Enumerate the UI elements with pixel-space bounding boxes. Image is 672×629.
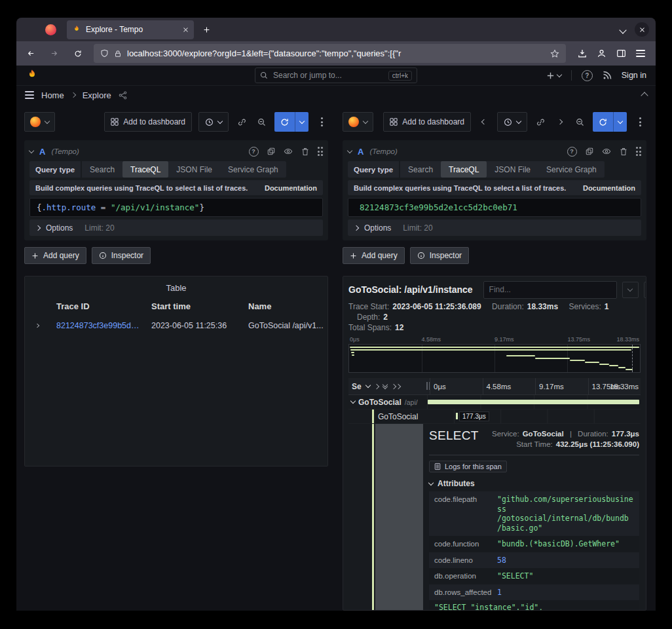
delete-query-icon[interactable]: [301, 147, 309, 156]
tab-service-graph[interactable]: Service Graph: [538, 161, 605, 178]
new-tab-button[interactable]: [198, 21, 215, 38]
table-row[interactable]: 82124873cf3e99b5d2e1... 2023-06-05 11:25…: [25, 316, 327, 335]
disable-query-icon[interactable]: [284, 147, 293, 156]
options-row[interactable]: Options Limit: 20: [348, 219, 641, 236]
tab-json-file[interactable]: JSON File: [487, 161, 538, 178]
drag-handle-icon[interactable]: [636, 147, 641, 156]
span-row-child-selected[interactable]: GoToSocial 177.3μs: [348, 410, 641, 424]
attributes-accordion[interactable]: Attributes: [429, 479, 639, 488]
tracking-shield-icon[interactable]: [100, 49, 109, 58]
grafana-logo-icon[interactable]: [26, 69, 39, 82]
traceql-editor[interactable]: {.http.route = "/api/v1/instance"}: [29, 198, 323, 217]
find-prev-button[interactable]: [644, 282, 646, 298]
span-collapse-icon[interactable]: [350, 398, 356, 404]
duplicate-query-icon[interactable]: [586, 147, 593, 155]
span-row-label[interactable]: GoToSocial /api/: [348, 395, 427, 409]
documentation-link[interactable]: Documentation: [265, 184, 317, 192]
trace-minimap[interactable]: [348, 344, 641, 373]
query-help-icon[interactable]: ?: [249, 147, 259, 157]
expand-all-icon[interactable]: [392, 385, 400, 389]
column-name[interactable]: Name: [240, 301, 327, 311]
run-interval-caret[interactable]: [295, 112, 308, 132]
tab-traceql[interactable]: TraceQL: [122, 161, 168, 178]
search-input[interactable]: [272, 70, 384, 81]
global-search[interactable]: ctrl+k: [255, 67, 417, 83]
url-text[interactable]: localhost:3000/explore?orgId=1&left={"da…: [127, 48, 545, 58]
span-row-root[interactable]: GoToSocial /api/: [348, 395, 641, 410]
column-start-time[interactable]: Start time: [143, 301, 240, 311]
collapse-header-icon[interactable]: [642, 90, 647, 100]
sidebar-icon[interactable]: [616, 48, 626, 58]
minimap-viewport-handle[interactable]: [632, 345, 633, 372]
app-menu-icon[interactable]: [636, 50, 645, 57]
help-icon[interactable]: ?: [582, 70, 593, 81]
window-close-button[interactable]: [635, 22, 649, 37]
add-query-button[interactable]: Add query: [343, 247, 405, 264]
time-range-picker[interactable]: [198, 112, 229, 132]
shift-time-forward-icon[interactable]: [553, 113, 567, 130]
column-trace-id[interactable]: Trace ID: [48, 301, 143, 311]
service-operation-column-header[interactable]: Se: [348, 378, 430, 394]
add-query-button[interactable]: Add query: [24, 247, 86, 264]
shift-time-back-icon[interactable]: [477, 113, 491, 130]
back-button[interactable]: [23, 46, 39, 62]
mega-menu-icon[interactable]: [25, 91, 34, 98]
sign-in-button[interactable]: Sign in: [622, 71, 646, 80]
traceql-editor[interactable]: 82124873cf3e99b5d2e1cc5d2bc0eb71: [348, 198, 641, 217]
inspector-button[interactable]: Inspector: [92, 247, 151, 264]
add-to-dashboard-button[interactable]: Add to dashboard: [104, 112, 192, 132]
row-expand-icon[interactable]: [34, 324, 39, 328]
account-icon[interactable]: [597, 48, 607, 58]
span-row-label[interactable]: GoToSocial: [348, 410, 454, 423]
new-menu-button[interactable]: [546, 71, 561, 80]
pane-kebab-menu[interactable]: [633, 113, 646, 130]
browser-tab[interactable]: Explore - Tempo: [67, 20, 194, 39]
duplicate-query-icon[interactable]: [267, 147, 275, 155]
tab-traceql[interactable]: TraceQL: [441, 161, 487, 178]
disable-query-icon[interactable]: [602, 147, 611, 156]
zoom-out-icon[interactable]: [573, 113, 586, 130]
tab-list-dropdown-icon[interactable]: [620, 24, 625, 35]
forward-button[interactable]: [47, 46, 62, 62]
trace-id-link[interactable]: 82124873cf3e99b5d2e1...: [48, 321, 143, 330]
add-to-dashboard-button[interactable]: Add to dashboard: [383, 112, 471, 132]
url-bar[interactable]: localhost:3000/explore?orgId=1&left={"da…: [94, 44, 566, 63]
collapse-query-icon[interactable]: [29, 147, 34, 153]
tab-service-graph[interactable]: Service Graph: [220, 161, 286, 178]
datasource-picker[interactable]: [24, 112, 55, 132]
drag-handle-icon[interactable]: [318, 147, 323, 156]
time-range-picker[interactable]: [497, 112, 527, 132]
tab-search[interactable]: Search: [400, 161, 441, 178]
breadcrumb-home[interactable]: Home: [41, 90, 64, 100]
site-security-icon[interactable]: [114, 50, 122, 58]
run-interval-caret[interactable]: [613, 112, 627, 132]
tab-close-icon[interactable]: [183, 27, 189, 33]
run-query-button[interactable]: [593, 112, 627, 132]
find-input[interactable]: [483, 281, 617, 299]
run-query-button[interactable]: [274, 112, 308, 132]
logs-for-span-button[interactable]: Logs for this span: [429, 461, 507, 472]
profile-avatar-icon[interactable]: [45, 24, 56, 35]
delete-query-icon[interactable]: [620, 147, 627, 156]
share-icon[interactable]: [119, 91, 127, 100]
tab-json-file[interactable]: JSON File: [168, 161, 220, 178]
span-duration-bar[interactable]: [456, 413, 458, 419]
tab-search[interactable]: Search: [82, 161, 122, 178]
span-row-timeline[interactable]: [427, 395, 641, 409]
query-help-icon[interactable]: ?: [567, 147, 577, 157]
reload-button[interactable]: [70, 46, 86, 62]
options-row[interactable]: Options Limit: 20: [29, 219, 323, 236]
pane-kebab-menu[interactable]: [315, 113, 328, 130]
span-duration-bar[interactable]: [428, 400, 639, 404]
find-next-button[interactable]: [622, 282, 639, 298]
zoom-out-icon[interactable]: [255, 113, 268, 130]
link-icon[interactable]: [534, 113, 547, 130]
collapse-all-icon[interactable]: [383, 385, 387, 389]
downloads-icon[interactable]: [578, 49, 587, 58]
collapse-query-icon[interactable]: [347, 147, 352, 153]
news-rss-icon[interactable]: [603, 71, 612, 80]
link-icon[interactable]: [235, 113, 248, 130]
collapse-one-icon[interactable]: [373, 383, 379, 389]
bookmark-star-icon[interactable]: [550, 49, 559, 58]
datasource-picker[interactable]: [343, 112, 373, 132]
